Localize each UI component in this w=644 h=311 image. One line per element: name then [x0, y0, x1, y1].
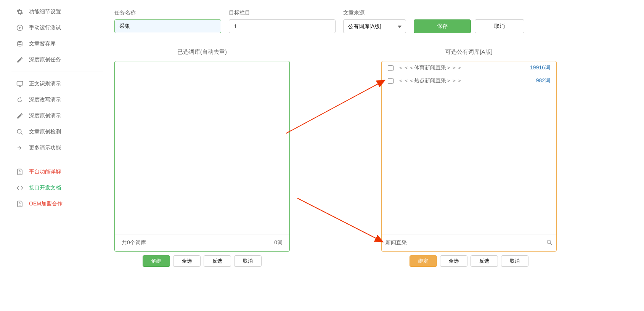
sidebar-label: 平台功能详解 [29, 168, 61, 175]
bind-button[interactable]: 绑定 [410, 255, 437, 267]
right-panel-title: 可选公有词库[A版] [381, 48, 557, 56]
play-icon [15, 24, 24, 31]
sidebar: 功能细节设置 手动运行测试 文章暂存库 深度原创任务 正文识别演示 深度改写演示… [11, 4, 103, 220]
monitor-icon [15, 80, 24, 87]
cancel-button[interactable]: 取消 [234, 255, 262, 267]
right-panel-buttons: 绑定 全选 反选 取消 [381, 255, 557, 267]
select-all-button[interactable]: 全选 [173, 255, 201, 267]
sidebar-label: 文章暂存库 [29, 40, 56, 47]
sidebar-label: 文章原创检测 [29, 128, 61, 135]
cancel-button[interactable]: 取消 [475, 19, 524, 33]
wordlib-count: 982词 [536, 77, 550, 84]
left-panel-title: 已选词库(自动去重) [114, 48, 290, 56]
sidebar-item-article-store[interactable]: 文章暂存库 [11, 36, 103, 52]
database-icon [15, 40, 24, 47]
footer-count: 共0个词库 [122, 239, 146, 246]
sidebar-item-settings[interactable]: 功能细节设置 [11, 4, 103, 20]
left-panel-wrap: 已选词库(自动去重) 共0个词库 0词 解绑 全选 反选 取消 [114, 48, 290, 267]
selected-wordlib-body [115, 61, 289, 234]
svg-point-1 [18, 41, 22, 43]
panels-row: 已选词库(自动去重) 共0个词库 0词 解绑 全选 反选 取消 可选公有词库[A… [114, 48, 629, 267]
source-select[interactable]: 公有词库[A版] [343, 19, 406, 33]
search-icon [15, 128, 24, 135]
sidebar-item-content-demo[interactable]: 正文识别演示 [11, 76, 103, 92]
form-group-taskname: 任务名称 [114, 10, 221, 33]
save-button[interactable]: 保存 [414, 19, 471, 33]
sidebar-item-manual-run[interactable]: 手动运行测试 [11, 20, 103, 36]
gears-icon [15, 8, 24, 15]
doc-icon [15, 200, 24, 207]
main-content: 任务名称 目标栏目 文章来源 公有词库[A版] 保存 取消 已选词库(自动去重) [114, 10, 629, 267]
target-column-input[interactable] [229, 19, 336, 33]
search-icon[interactable] [546, 239, 552, 247]
selected-wordlib-panel: 共0个词库 0词 [114, 61, 290, 252]
task-name-label: 任务名称 [114, 10, 221, 16]
invert-button[interactable]: 反选 [471, 255, 498, 267]
sidebar-divider [11, 160, 103, 160]
sidebar-label: 深度原创任务 [29, 56, 61, 63]
sidebar-label: OEM加盟合作 [29, 200, 63, 207]
sidebar-label: 深度改写演示 [29, 96, 61, 103]
selected-wordlib-footer: 共0个词库 0词 [115, 234, 289, 251]
sidebar-divider [11, 72, 103, 72]
wordlib-checkbox[interactable] [388, 65, 393, 71]
available-wordlib-search [382, 234, 556, 251]
left-panel-buttons: 解绑 全选 反选 取消 [114, 255, 290, 267]
wordlib-name: ＜＜＜体育新闻直采＞＞＞ [398, 64, 530, 71]
edit-icon [15, 112, 24, 119]
footer-words: 0词 [274, 239, 283, 246]
invert-button[interactable]: 反选 [204, 255, 231, 267]
sidebar-item-rewrite-demo[interactable]: 深度改写演示 [11, 92, 103, 108]
code-icon [15, 184, 24, 191]
svg-rect-2 [17, 81, 23, 85]
form-group-source: 文章来源 公有词库[A版] [343, 10, 406, 33]
source-label: 文章来源 [343, 10, 406, 16]
wordlib-count: 19916词 [530, 64, 550, 71]
wordlib-checkbox[interactable] [388, 78, 393, 84]
task-name-input[interactable] [114, 19, 221, 33]
doc-icon [15, 168, 24, 175]
sidebar-divider [11, 216, 103, 216]
unbind-button[interactable]: 解绑 [143, 255, 170, 267]
sidebar-item-deep-original[interactable]: 深度原创任务 [11, 52, 103, 68]
sidebar-label: 接口开发文档 [29, 184, 61, 191]
wordlib-name: ＜＜＜热点新闻直采＞＞＞ [398, 77, 536, 84]
sidebar-item-oem[interactable]: OEM加盟合作 [11, 196, 103, 212]
form-actions: 保存 取消 [414, 10, 524, 33]
svg-point-4 [547, 240, 551, 244]
wordlib-item[interactable]: ＜＜＜体育新闻直采＞＞＞ 19916词 [382, 61, 556, 74]
sidebar-label: 深度原创演示 [29, 112, 61, 119]
right-panel-wrap: 可选公有词库[A版] ＜＜＜体育新闻直采＞＞＞ 19916词 ＜＜＜热点新闻直采… [381, 48, 557, 267]
edit-icon [15, 56, 24, 63]
sidebar-label: 更多演示功能 [29, 144, 61, 151]
sidebar-label: 手动运行测试 [29, 24, 61, 31]
available-wordlib-panel: ＜＜＜体育新闻直采＞＞＞ 19916词 ＜＜＜热点新闻直采＞＞＞ 982词 [381, 61, 557, 252]
search-input[interactable] [385, 240, 546, 246]
sidebar-item-detect[interactable]: 文章原创检测 [11, 124, 103, 140]
cancel-button[interactable]: 取消 [501, 255, 528, 267]
sidebar-item-platform-docs[interactable]: 平台功能详解 [11, 164, 103, 180]
sidebar-label: 正文识别演示 [29, 80, 61, 87]
form-group-target: 目标栏目 [229, 10, 336, 33]
sidebar-label: 功能细节设置 [29, 8, 61, 15]
select-all-button[interactable]: 全选 [440, 255, 467, 267]
refresh-icon [15, 96, 24, 103]
form-row: 任务名称 目标栏目 文章来源 公有词库[A版] 保存 取消 [114, 10, 629, 33]
target-column-label: 目标栏目 [229, 10, 336, 16]
sidebar-item-original-demo[interactable]: 深度原创演示 [11, 108, 103, 124]
sidebar-item-more-demo[interactable]: 更多演示功能 [11, 140, 103, 156]
share-icon [15, 144, 24, 151]
svg-point-3 [17, 129, 21, 133]
sidebar-item-api-docs[interactable]: 接口开发文档 [11, 180, 103, 196]
available-wordlib-body: ＜＜＜体育新闻直采＞＞＞ 19916词 ＜＜＜热点新闻直采＞＞＞ 982词 [382, 61, 556, 234]
wordlib-item[interactable]: ＜＜＜热点新闻直采＞＞＞ 982词 [382, 74, 556, 87]
